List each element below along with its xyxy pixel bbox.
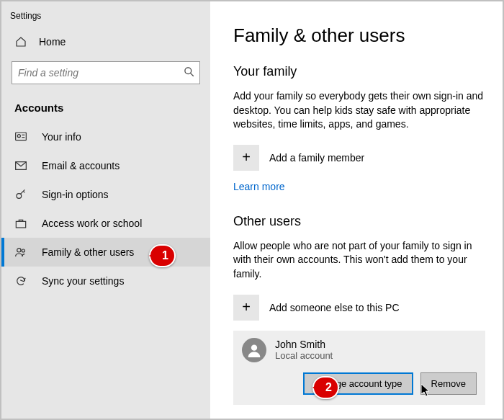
- other-users-heading: Other users: [233, 214, 485, 229]
- sidebar-item-email[interactable]: Email & accounts: [1, 151, 210, 180]
- sidebar-item-label: Sign-in options: [42, 189, 109, 200]
- nav-home-label: Home: [39, 36, 66, 48]
- svg-rect-10: [16, 221, 25, 228]
- user-meta: John Smith Local account: [275, 339, 333, 361]
- main-content: Family & other users Your family Add you…: [210, 1, 503, 419]
- sidebar-item-label: Sync your settings: [42, 275, 124, 287]
- briefcase-icon: [14, 217, 27, 230]
- search-wrap: [12, 61, 200, 84]
- sidebar-item-work-school[interactable]: Access work or school: [1, 209, 210, 238]
- sidebar-item-sync[interactable]: Sync your settings: [1, 267, 210, 295]
- key-icon: [14, 188, 27, 201]
- sidebar-item-family[interactable]: Family & other users: [1, 238, 210, 267]
- sidebar: Settings Home Accounts Your info Email: [1, 1, 210, 419]
- learn-more-link[interactable]: Learn more: [233, 181, 285, 192]
- search-input[interactable]: [12, 61, 200, 84]
- annotation-marker-2: 2: [312, 376, 339, 399]
- plus-icon: +: [233, 295, 259, 321]
- sidebar-category: Accounts: [1, 97, 210, 122]
- svg-point-3: [17, 135, 20, 138]
- user-name: John Smith: [275, 339, 333, 350]
- sidebar-item-label: Family & other users: [42, 246, 134, 258]
- user-tile[interactable]: John Smith Local account Change account …: [233, 331, 485, 405]
- avatar: [242, 338, 266, 362]
- svg-point-11: [17, 249, 21, 252]
- svg-line-1: [190, 73, 193, 76]
- user-subtitle: Local account: [275, 350, 333, 361]
- search-icon: [184, 66, 194, 79]
- sidebar-item-label: Access work or school: [42, 218, 142, 229]
- mail-icon: [14, 159, 27, 172]
- svg-point-0: [185, 68, 192, 74]
- sidebar-item-signin[interactable]: Sign-in options: [1, 180, 210, 209]
- user-actions: Change account type Remove: [242, 372, 477, 395]
- app-title: Settings: [1, 9, 210, 30]
- add-other-label: Add someone else to this PC: [269, 302, 400, 313]
- sidebar-item-label: Your info: [42, 131, 81, 143]
- page-title: Family & other users: [233, 24, 485, 47]
- sidebar-item-label: Email & accounts: [42, 160, 120, 171]
- family-heading: Your family: [233, 64, 485, 79]
- sidebar-item-your-info[interactable]: Your info: [1, 122, 210, 151]
- sync-icon: [14, 274, 27, 287]
- annotation-marker-1: 1: [149, 244, 176, 267]
- user-row: John Smith Local account: [242, 338, 477, 362]
- family-desc: Add your family so everybody gets their …: [233, 89, 485, 132]
- svg-line-9: [23, 191, 24, 192]
- remove-button[interactable]: Remove: [420, 372, 477, 395]
- home-icon: [14, 35, 27, 48]
- add-family-label: Add a family member: [269, 152, 364, 164]
- plus-icon: +: [233, 145, 259, 171]
- people-icon: [14, 246, 27, 259]
- add-family-member[interactable]: + Add a family member: [233, 145, 485, 171]
- person-card-icon: [14, 130, 27, 143]
- svg-point-13: [251, 344, 257, 350]
- add-other-user[interactable]: + Add someone else to this PC: [233, 295, 485, 321]
- svg-point-12: [22, 249, 24, 252]
- other-users-desc: Allow people who are not part of your fa…: [233, 239, 485, 282]
- nav-home[interactable]: Home: [1, 30, 210, 54]
